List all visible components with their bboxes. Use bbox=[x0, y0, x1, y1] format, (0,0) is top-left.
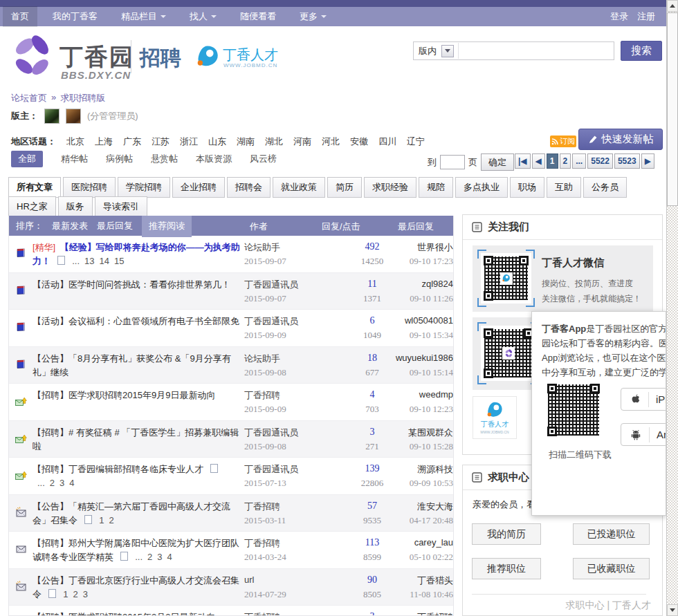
thread-author-link[interactable]: 论坛助手 bbox=[244, 241, 280, 254]
category-tab[interactable]: 招聘会 bbox=[227, 177, 271, 198]
filter-item[interactable]: 风云榜 bbox=[250, 153, 277, 165]
thread-page-link[interactable]: 3 bbox=[59, 478, 64, 488]
thread-page-link[interactable]: 13 bbox=[84, 256, 94, 266]
page-button[interactable]: 5522 bbox=[587, 153, 613, 169]
category-tab[interactable]: 医院招聘 bbox=[63, 177, 116, 198]
thread-title-link[interactable]: 【招聘】医学求职招聘2015年9月9日最新动向 bbox=[33, 390, 215, 400]
scroll-up-button[interactable] bbox=[667, 0, 678, 12]
nav-item[interactable]: 首页 bbox=[3, 6, 37, 27]
thread-page-link[interactable]: 14 bbox=[100, 256, 109, 266]
category-tab[interactable]: 规陪 bbox=[419, 177, 453, 198]
scroll-down-button[interactable] bbox=[667, 604, 678, 616]
recommended-jobs-button[interactable]: 推荐职位 bbox=[472, 558, 541, 579]
region-link[interactable]: 四川 bbox=[378, 136, 396, 148]
thread-author-link[interactable]: 丁香招聘 bbox=[244, 501, 280, 513]
jobmd-logo-box[interactable]: 丁香人才 WWW.JOBMD.CN bbox=[473, 396, 517, 439]
category-tab[interactable]: 求职经验 bbox=[364, 177, 416, 198]
thread-page-link[interactable]: 2 bbox=[73, 589, 77, 599]
saved-jobs-button[interactable]: 已收藏职位 bbox=[573, 558, 650, 579]
thread-row[interactable]: 【招聘】丁香园编辑部招聘各临床专业人才 ...234 丁香园通讯员 2015-0… bbox=[9, 457, 453, 494]
region-link[interactable]: 上海 bbox=[95, 136, 113, 148]
new-post-button[interactable]: 快速发新帖 bbox=[578, 129, 663, 150]
thread-page-link[interactable]: 2 bbox=[109, 515, 113, 525]
page-button[interactable]: ... bbox=[572, 153, 586, 169]
thread-row[interactable]: 【公告】丁香园北京医疗行业中高级人才交流会召集令 123 url 2014-07… bbox=[9, 568, 453, 606]
filter-item[interactable]: 病例帖 bbox=[106, 153, 133, 165]
thread-author-link[interactable]: 丁香招聘 bbox=[244, 611, 280, 616]
nav-item[interactable]: 精品栏目 bbox=[121, 10, 166, 23]
page-button[interactable]: 1 bbox=[547, 153, 558, 169]
category-tab[interactable]: 企业招聘 bbox=[172, 177, 225, 198]
category-tab[interactable]: 互助 bbox=[547, 177, 581, 198]
thread-page-link[interactable]: 3 bbox=[157, 552, 162, 562]
register-link[interactable]: 注册 bbox=[637, 10, 655, 23]
my-resume-button[interactable]: 我的简历 bbox=[472, 523, 541, 545]
nav-item[interactable]: 随便看看 bbox=[240, 10, 276, 23]
breadcrumb-current[interactable]: 求职招聘版 bbox=[60, 92, 105, 104]
thread-page-link[interactable]: ... bbox=[72, 256, 80, 266]
last-reply-user-link[interactable]: carey_lau bbox=[414, 537, 453, 548]
category-tab[interactable]: 学院招聘 bbox=[118, 177, 170, 198]
category-tab[interactable]: 职场 bbox=[510, 177, 544, 198]
thread-title-link[interactable]: 【公告】「8月分享有礼」获奖公布 &「9月分享有礼」继续 bbox=[33, 353, 231, 377]
search-button[interactable]: 搜索 bbox=[621, 41, 662, 61]
breadcrumb-home[interactable]: 论坛首页 bbox=[11, 92, 47, 104]
thread-page-link[interactable]: 1 bbox=[99, 515, 104, 525]
category-tab[interactable]: 简历 bbox=[327, 177, 362, 198]
moderator-avatar[interactable] bbox=[66, 109, 81, 124]
thread-author-link[interactable]: url bbox=[244, 575, 254, 585]
iphone-download-button[interactable]: iPh bbox=[621, 388, 666, 411]
scrollbar-thumb[interactable] bbox=[667, 12, 678, 206]
thread-page-link[interactable]: ... bbox=[37, 478, 45, 488]
last-reply-user-link[interactable]: wuyuekui1986 bbox=[396, 353, 453, 363]
thread-author-link[interactable]: 丁香招聘 bbox=[244, 537, 280, 550]
filter-item[interactable]: 全部 bbox=[11, 151, 43, 167]
filter-item[interactable]: 悬赏帖 bbox=[151, 153, 178, 165]
nav-item[interactable]: 找人 bbox=[190, 10, 217, 23]
dxy-butterfly-logo-icon[interactable] bbox=[11, 35, 54, 80]
job-center-footer-link[interactable]: 求职中心 | 丁香人才 bbox=[566, 599, 651, 612]
subscribe-button[interactable]: 订阅 bbox=[550, 136, 576, 147]
region-link[interactable]: 辽宁 bbox=[407, 136, 425, 148]
category-tab[interactable]: 版务 bbox=[58, 196, 93, 217]
goto-confirm-button[interactable]: 确定 bbox=[481, 153, 514, 171]
thread-title-link[interactable]: 【活动】会议福利：心血管领域所有电子书全部限免 bbox=[33, 316, 239, 326]
thread-row[interactable]: 【活动】会议福利：心血管领域所有电子书全部限免 丁香园通讯员 2015-09-0… bbox=[9, 309, 453, 346]
page-button[interactable]: ◀ bbox=[532, 153, 545, 169]
login-link[interactable]: 登录 bbox=[610, 10, 628, 23]
moderator-avatar[interactable] bbox=[44, 109, 59, 124]
thread-page-link[interactable]: 4 bbox=[69, 478, 74, 488]
page-button[interactable]: |◀ bbox=[515, 153, 531, 169]
thread-row[interactable]: 【公告】「8月分享有礼」获奖公布 &「9月分享有礼」继续 论坛助手 2015-0… bbox=[9, 346, 453, 384]
thread-row[interactable]: [精华] 【经验】写给即将奔赴考场的你——为执考助力！ ...131415 论坛… bbox=[9, 236, 453, 272]
applied-jobs-button[interactable]: 已投递职位 bbox=[573, 523, 650, 545]
thread-title-link[interactable]: 【招聘】丁香园编辑部招聘各临床专业人才 bbox=[33, 464, 203, 474]
category-tab[interactable]: 公务员 bbox=[583, 177, 627, 198]
region-link[interactable]: 安徽 bbox=[350, 136, 368, 148]
last-reply-user-link[interactable]: 丁香招聘 bbox=[417, 611, 453, 616]
android-download-button[interactable]: And bbox=[621, 423, 666, 446]
last-reply-user-link[interactable]: zql9824 bbox=[421, 279, 453, 289]
last-reply-user-link[interactable]: 丁香猎头 bbox=[417, 575, 453, 587]
category-tab[interactable]: 所有文章 bbox=[8, 177, 61, 198]
last-reply-user-link[interactable]: 溯源科技 bbox=[417, 463, 453, 476]
thread-page-link[interactable]: 1 bbox=[63, 589, 68, 599]
thread-row[interactable]: 【招聘】医学求职招聘2015年3月3日最新动向 丁香招聘 3 bbox=[9, 605, 453, 616]
thread-title-link[interactable]: 【招聘】# 有奖征稿 # 「丁香医学生」招募兼职编辑啦 bbox=[33, 427, 239, 451]
thread-page-link[interactable]: 2 bbox=[147, 552, 152, 562]
search-input[interactable] bbox=[458, 43, 614, 59]
thread-title-link[interactable]: 【招聘】医学求职招聘2015年3月3日最新动向 bbox=[33, 612, 215, 616]
category-tab[interactable]: 多点执业 bbox=[455, 177, 508, 198]
thread-page-link[interactable]: 2 bbox=[50, 478, 55, 488]
region-link[interactable]: 浙江 bbox=[180, 136, 198, 148]
thread-row[interactable]: 【活动】医学时间问答挑战：看看你排世界第几！ 丁香园通讯员 2015-09-07… bbox=[9, 272, 453, 310]
filter-item[interactable]: 精华帖 bbox=[61, 153, 88, 165]
region-link[interactable]: 广东 bbox=[123, 136, 141, 148]
region-link[interactable]: 山东 bbox=[208, 136, 226, 148]
thread-title-link[interactable]: 【公告】「精英汇—第六届丁香园中高级人才交流会」召集令 bbox=[33, 501, 230, 525]
thread-page-link[interactable]: ... bbox=[135, 552, 143, 562]
last-reply-user-link[interactable]: 某围观群众 bbox=[408, 427, 453, 439]
region-link[interactable]: 河北 bbox=[322, 136, 340, 148]
sort-option[interactable]: 最新发表 bbox=[52, 220, 88, 232]
sort-option[interactable]: 最后回复 bbox=[97, 220, 133, 232]
